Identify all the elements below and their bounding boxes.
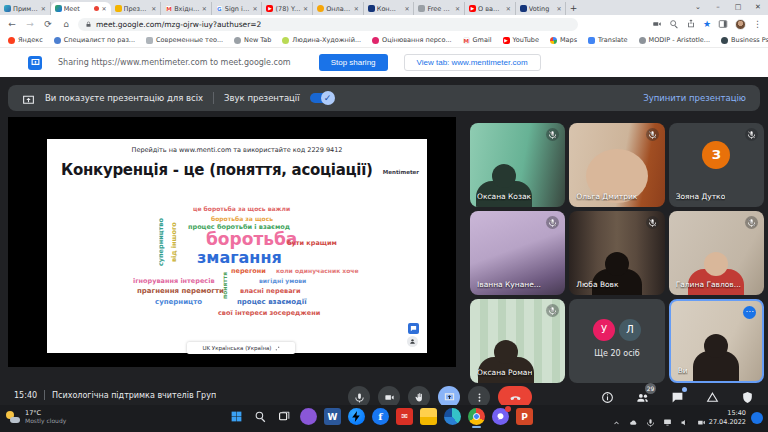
edge-taskbar-icon[interactable]: [444, 408, 461, 425]
stop-presentation-link[interactable]: Зупинити презентацію: [643, 93, 746, 103]
tab-close-icon[interactable]: ✕: [101, 5, 106, 12]
view-tab-button[interactable]: View tab: www.mentimeter.com: [404, 54, 541, 71]
taskbar: 17°C Mostly cloudy Wf✉P 15:40 27.04.2022: [0, 405, 768, 432]
participant-tile-3[interactable]: Іванна Кунане...: [470, 211, 565, 295]
bookmark-label: YouTube: [513, 36, 539, 44]
reload-icon[interactable]: ⟳: [42, 19, 54, 29]
bookmark-9[interactable]: Translate: [588, 36, 628, 44]
zoom-icon[interactable]: [669, 19, 679, 29]
tab-6[interactable]: Онлайн...✕: [313, 2, 364, 15]
mail-taskbar-icon[interactable]: ✉: [396, 408, 413, 425]
cam-tray-icon[interactable]: [697, 412, 706, 431]
participant-tile-4[interactable]: Люба Вовк: [569, 211, 664, 295]
bookmark-4[interactable]: Людина-Художній...: [282, 36, 361, 44]
home-icon[interactable]: ⌂: [60, 19, 72, 29]
share-icon[interactable]: [686, 19, 696, 29]
tab-7[interactable]: Кон...✕: [364, 2, 415, 15]
tab-search-icon[interactable]: ⌄: [688, 0, 708, 15]
tab-sharing-bar: Sharing https://www.mentimeter.com to me…: [0, 48, 768, 77]
notification-icon[interactable]: [751, 412, 763, 424]
facebook-taskbar-icon[interactable]: f: [372, 408, 389, 425]
expand-icon: [275, 346, 280, 351]
browser-menu-icon[interactable]: ⋮: [753, 19, 762, 29]
participant-tile-8[interactable]: ⋯Ви: [669, 299, 764, 383]
bookmark-5[interactable]: Оцінювання персо...: [372, 36, 451, 44]
participant-tile-0[interactable]: Оксана Козак: [470, 123, 565, 207]
tab-0[interactable]: Примар...✕: [0, 2, 51, 15]
tab-9[interactable]: ▶О важн...✕: [465, 2, 516, 15]
url-text: meet.google.com/mzg-ojrw-iuy?authuser=2: [96, 20, 261, 29]
bookmark-3[interactable]: New Tab: [234, 36, 271, 44]
address-bar[interactable]: meet.google.com/mzg-ojrw-iuy?authuser=2: [78, 18, 578, 31]
minimize-button[interactable]: –: [708, 0, 728, 15]
cortana-taskbar-icon[interactable]: [300, 408, 317, 425]
tab-8[interactable]: Free cust...✕: [414, 2, 465, 15]
tab-3[interactable]: MВхідні (1...✕: [161, 2, 212, 15]
participant-tile-6[interactable]: Оксана Роман: [470, 299, 565, 383]
bookmark-label: Business Psycholog...: [731, 36, 768, 44]
forward-icon[interactable]: →: [24, 19, 36, 29]
tab-close-icon[interactable]: ✕: [404, 5, 409, 12]
language-selector[interactable]: UK Українська (Україна): [187, 342, 295, 354]
tab-close-icon[interactable]: ✕: [455, 5, 460, 12]
side-panel-icon[interactable]: [718, 19, 728, 29]
wordcloud-word: прагнення перемогти: [137, 288, 224, 295]
tile-menu-icon[interactable]: ⋯: [743, 306, 756, 319]
tab-label: Онлайн...: [326, 5, 352, 13]
monitor-tray-icon[interactable]: [663, 412, 672, 431]
tab-close-icon[interactable]: ✕: [303, 5, 308, 12]
bookmark-10[interactable]: MODIP - Aristotle...: [639, 36, 710, 44]
bookmark-0[interactable]: Яндекс: [8, 36, 43, 44]
maximize-button[interactable]: □: [728, 0, 748, 15]
bookmark-2[interactable]: Современные тео...: [146, 36, 223, 44]
tab-5[interactable]: ▶(78) You...✕: [262, 2, 313, 15]
taskview-taskbar-icon[interactable]: [276, 408, 293, 425]
tab-close-icon[interactable]: ✕: [41, 5, 46, 12]
audio-toggle[interactable]: ✓: [310, 93, 334, 103]
participant-tile-2[interactable]: ЗЗояна Дутко: [669, 123, 764, 207]
profile-avatar[interactable]: [735, 19, 746, 30]
tab-4[interactable]: GSign in -✕: [212, 2, 263, 15]
bookmark-8[interactable]: Maps: [550, 36, 577, 44]
tab-close-icon[interactable]: ✕: [354, 5, 359, 12]
tab-close-icon[interactable]: ✕: [151, 5, 156, 12]
chevup-tray-icon[interactable]: [612, 412, 621, 431]
speaker-tray-icon[interactable]: [680, 412, 689, 431]
close-button[interactable]: ✕: [748, 0, 768, 15]
tab-close-icon[interactable]: ✕: [506, 5, 511, 12]
explorer-taskbar-icon[interactable]: [420, 408, 437, 425]
menti-participants-icon[interactable]: [407, 336, 418, 347]
participant-name: Оксана Козак: [477, 192, 531, 201]
ppt-taskbar-icon[interactable]: P: [516, 408, 533, 425]
back-icon[interactable]: ←: [6, 19, 18, 29]
bookmark-11[interactable]: Business Psycholog...: [721, 36, 768, 44]
tab-1[interactable]: Meet✕: [51, 2, 111, 15]
tab-2[interactable]: Презент...✕: [111, 2, 162, 15]
tab-close-icon[interactable]: ✕: [252, 5, 257, 12]
messenger-taskbar-icon[interactable]: [348, 408, 365, 425]
viber-taskbar-icon[interactable]: [492, 408, 509, 425]
tab-10[interactable]: Voting✕: [516, 2, 567, 15]
bookmark-6[interactable]: MGmail: [463, 36, 492, 44]
taskbar-clock[interactable]: 15:40 27.04.2022: [709, 409, 746, 427]
participant-tile-7[interactable]: УЛЩе 20 осіб: [569, 299, 664, 383]
tab-close-icon[interactable]: ✕: [202, 5, 207, 12]
stop-sharing-button[interactable]: Stop sharing: [319, 54, 388, 71]
cloud-tray-icon[interactable]: [629, 412, 638, 431]
bookmark-7[interactable]: ▶YouTube: [503, 36, 539, 44]
word-taskbar-icon[interactable]: W: [324, 408, 341, 425]
tab-capture-icon[interactable]: [652, 19, 662, 29]
bookmark-star-icon[interactable]: ★: [703, 19, 711, 29]
chrome-taskbar-icon[interactable]: [468, 408, 485, 425]
menti-comments-icon[interactable]: [408, 323, 419, 334]
taskbar-weather[interactable]: 17°C Mostly cloudy: [6, 409, 66, 424]
slides-favicon: [115, 5, 122, 12]
participant-tile-1[interactable]: Ольга Дмитрик: [569, 123, 664, 207]
new-tab-button[interactable]: +: [566, 2, 580, 15]
bookmark-1[interactable]: Специалист по раз...: [54, 36, 135, 44]
tab-close-icon[interactable]: ✕: [556, 5, 561, 12]
participant-tile-5[interactable]: Галина Гавлов...: [669, 211, 764, 295]
start-taskbar-icon[interactable]: [228, 408, 245, 425]
search-taskbar-icon[interactable]: [252, 408, 269, 425]
mic-tray-icon[interactable]: [646, 412, 655, 431]
